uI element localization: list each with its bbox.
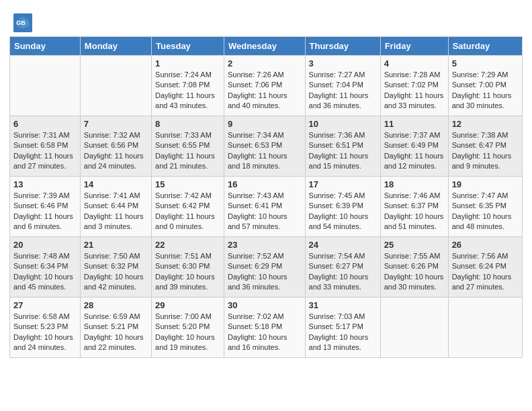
cell-sun-info: Sunrise: 7:43 AMSunset: 6:41 PMDaylight:…	[228, 191, 302, 232]
cell-sun-info: Sunrise: 7:32 AMSunset: 6:56 PMDaylight:…	[84, 130, 148, 172]
calendar-cell: 29Sunrise: 7:00 AMSunset: 5:20 PMDayligh…	[152, 298, 224, 358]
cell-sun-info: Sunrise: 7:39 AMSunset: 6:46 PMDaylight:…	[13, 191, 77, 232]
day-number: 21	[84, 240, 148, 250]
cell-sun-info: Sunrise: 7:00 AMSunset: 5:20 PMDaylight:…	[155, 312, 220, 353]
calendar-cell: 3Sunrise: 7:27 AMSunset: 7:04 PMDaylight…	[305, 56, 380, 116]
day-number: 9	[228, 119, 302, 129]
day-number: 11	[384, 119, 445, 129]
calendar-cell: 22Sunrise: 7:51 AMSunset: 6:30 PMDayligh…	[152, 237, 224, 298]
calendar-header: SundayMondayTuesdayWednesdayThursdayFrid…	[10, 37, 523, 56]
calendar-cell: 17Sunrise: 7:45 AMSunset: 6:39 PMDayligh…	[305, 177, 380, 237]
cell-sun-info: Sunrise: 7:45 AMSunset: 6:39 PMDaylight:…	[309, 191, 377, 232]
calendar-body: 1Sunrise: 7:24 AMSunset: 7:08 PMDaylight…	[10, 56, 523, 358]
calendar-cell	[10, 56, 81, 116]
cell-sun-info: Sunrise: 7:24 AMSunset: 7:08 PMDaylight:…	[155, 70, 220, 111]
day-number: 24	[309, 240, 377, 250]
calendar-cell: 15Sunrise: 7:42 AMSunset: 6:42 PMDayligh…	[152, 177, 224, 237]
cell-sun-info: Sunrise: 7:27 AMSunset: 7:04 PMDaylight:…	[309, 70, 377, 111]
header-cell-monday: Monday	[80, 37, 151, 56]
day-number: 31	[309, 300, 377, 310]
calendar-cell: 25Sunrise: 7:55 AMSunset: 6:26 PMDayligh…	[380, 237, 448, 298]
day-number: 16	[228, 179, 302, 189]
calendar-cell: 28Sunrise: 6:59 AMSunset: 5:21 PMDayligh…	[80, 298, 151, 358]
logo: GB	[13, 13, 35, 32]
calendar-cell: 6Sunrise: 7:31 AMSunset: 6:58 PMDaylight…	[10, 116, 81, 177]
calendar-cell: 26Sunrise: 7:56 AMSunset: 6:24 PMDayligh…	[448, 237, 522, 298]
calendar-cell: 12Sunrise: 7:38 AMSunset: 6:47 PMDayligh…	[448, 116, 522, 177]
day-number: 1	[155, 58, 220, 68]
calendar-cell: 18Sunrise: 7:46 AMSunset: 6:37 PMDayligh…	[380, 177, 448, 237]
day-number: 26	[452, 240, 519, 250]
cell-sun-info: Sunrise: 6:59 AMSunset: 5:21 PMDaylight:…	[84, 312, 148, 353]
day-number: 18	[384, 179, 445, 189]
calendar-cell: 31Sunrise: 7:03 AMSunset: 5:17 PMDayligh…	[305, 298, 380, 358]
cell-sun-info: Sunrise: 7:55 AMSunset: 6:26 PMDaylight:…	[384, 251, 445, 293]
day-number: 22	[155, 240, 220, 250]
day-number: 20	[13, 240, 77, 250]
day-number: 5	[452, 58, 519, 68]
day-number: 27	[13, 300, 77, 310]
calendar-cell: 5Sunrise: 7:29 AMSunset: 7:00 PMDaylight…	[448, 56, 522, 116]
calendar-cell: 13Sunrise: 7:39 AMSunset: 6:46 PMDayligh…	[10, 177, 81, 237]
day-number: 8	[155, 119, 220, 129]
header-cell-wednesday: Wednesday	[224, 37, 305, 56]
cell-sun-info: Sunrise: 7:48 AMSunset: 6:34 PMDaylight:…	[13, 251, 77, 293]
cell-sun-info: Sunrise: 7:31 AMSunset: 6:58 PMDaylight:…	[13, 130, 77, 172]
calendar-cell: 14Sunrise: 7:41 AMSunset: 6:44 PMDayligh…	[80, 177, 151, 237]
calendar-cell: 8Sunrise: 7:33 AMSunset: 6:55 PMDaylight…	[152, 116, 224, 177]
day-number: 15	[155, 179, 220, 189]
day-number: 28	[84, 300, 148, 310]
day-number: 14	[84, 179, 148, 189]
cell-sun-info: Sunrise: 7:50 AMSunset: 6:32 PMDaylight:…	[84, 251, 148, 293]
calendar-cell: 24Sunrise: 7:54 AMSunset: 6:27 PMDayligh…	[305, 237, 380, 298]
cell-sun-info: Sunrise: 7:42 AMSunset: 6:42 PMDaylight:…	[155, 191, 220, 232]
calendar-cell: 19Sunrise: 7:47 AMSunset: 6:35 PMDayligh…	[448, 177, 522, 237]
header-cell-saturday: Saturday	[448, 37, 522, 56]
calendar-cell: 16Sunrise: 7:43 AMSunset: 6:41 PMDayligh…	[224, 177, 305, 237]
svg-text:GB: GB	[16, 19, 26, 26]
calendar-cell: 30Sunrise: 7:02 AMSunset: 5:18 PMDayligh…	[224, 298, 305, 358]
cell-sun-info: Sunrise: 7:26 AMSunset: 7:06 PMDaylight:…	[228, 70, 302, 111]
calendar-cell	[448, 298, 522, 358]
cell-sun-info: Sunrise: 7:29 AMSunset: 7:00 PMDaylight:…	[452, 70, 519, 111]
cell-sun-info: Sunrise: 6:58 AMSunset: 5:23 PMDaylight:…	[13, 312, 77, 353]
calendar-cell: 23Sunrise: 7:52 AMSunset: 6:29 PMDayligh…	[224, 237, 305, 298]
header-cell-friday: Friday	[380, 37, 448, 56]
day-number: 19	[452, 179, 519, 189]
cell-sun-info: Sunrise: 7:36 AMSunset: 6:51 PMDaylight:…	[309, 130, 377, 172]
day-number: 23	[228, 240, 302, 250]
cell-sun-info: Sunrise: 7:54 AMSunset: 6:27 PMDaylight:…	[309, 251, 377, 293]
day-number: 10	[309, 119, 377, 129]
calendar-cell: 27Sunrise: 6:58 AMSunset: 5:23 PMDayligh…	[10, 298, 81, 358]
day-number: 30	[228, 300, 302, 310]
cell-sun-info: Sunrise: 7:34 AMSunset: 6:53 PMDaylight:…	[228, 130, 302, 172]
cell-sun-info: Sunrise: 7:56 AMSunset: 6:24 PMDaylight:…	[452, 251, 519, 293]
calendar-cell	[380, 298, 448, 358]
day-number: 13	[13, 179, 77, 189]
day-number: 3	[309, 58, 377, 68]
page-header: GB	[7, 7, 525, 36]
header-cell-tuesday: Tuesday	[152, 37, 224, 56]
day-number: 12	[452, 119, 519, 129]
header-cell-thursday: Thursday	[305, 37, 380, 56]
cell-sun-info: Sunrise: 7:52 AMSunset: 6:29 PMDaylight:…	[228, 251, 302, 293]
cell-sun-info: Sunrise: 7:46 AMSunset: 6:37 PMDaylight:…	[384, 191, 445, 232]
calendar-cell: 10Sunrise: 7:36 AMSunset: 6:51 PMDayligh…	[305, 116, 380, 177]
cell-sun-info: Sunrise: 7:51 AMSunset: 6:30 PMDaylight:…	[155, 251, 220, 293]
cell-sun-info: Sunrise: 7:02 AMSunset: 5:18 PMDaylight:…	[228, 312, 302, 353]
week-row-1: 6Sunrise: 7:31 AMSunset: 6:58 PMDaylight…	[10, 116, 523, 177]
cell-sun-info: Sunrise: 7:03 AMSunset: 5:17 PMDaylight:…	[309, 312, 377, 353]
cell-sun-info: Sunrise: 7:33 AMSunset: 6:55 PMDaylight:…	[155, 130, 220, 172]
header-row: SundayMondayTuesdayWednesdayThursdayFrid…	[10, 37, 523, 56]
day-number: 4	[384, 58, 445, 68]
calendar-cell: 2Sunrise: 7:26 AMSunset: 7:06 PMDaylight…	[224, 56, 305, 116]
cell-sun-info: Sunrise: 7:37 AMSunset: 6:49 PMDaylight:…	[384, 130, 445, 172]
calendar-table: SundayMondayTuesdayWednesdayThursdayFrid…	[9, 36, 523, 358]
day-number: 25	[384, 240, 445, 250]
calendar-cell: 4Sunrise: 7:28 AMSunset: 7:02 PMDaylight…	[380, 56, 448, 116]
calendar-cell: 20Sunrise: 7:48 AMSunset: 6:34 PMDayligh…	[10, 237, 81, 298]
week-row-3: 20Sunrise: 7:48 AMSunset: 6:34 PMDayligh…	[10, 237, 523, 298]
calendar-cell: 11Sunrise: 7:37 AMSunset: 6:49 PMDayligh…	[380, 116, 448, 177]
day-number: 2	[228, 58, 302, 68]
header-cell-sunday: Sunday	[10, 37, 81, 56]
